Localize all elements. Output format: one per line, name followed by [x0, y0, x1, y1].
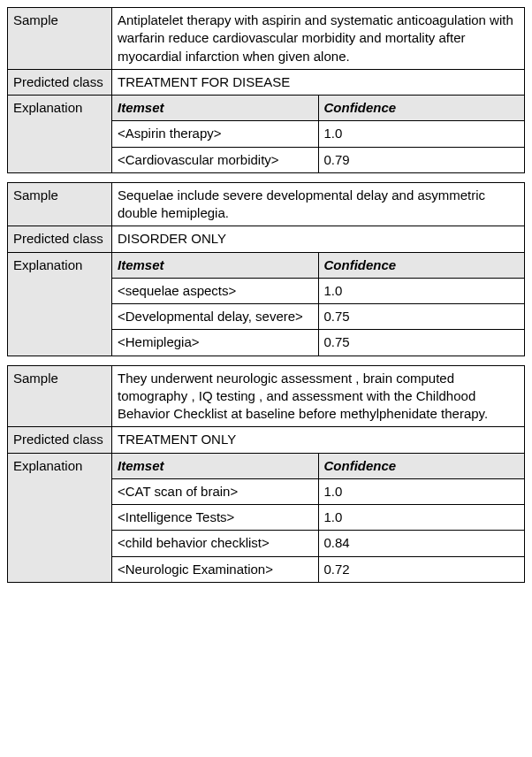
confidence-value: 1.0 [318, 478, 525, 504]
confidence-value: 1.0 [318, 278, 525, 303]
table-row: SampleSequelae include severe developmen… [8, 182, 525, 226]
confidence-header: Confidence [318, 96, 525, 121]
confidence-value: 0.84 [318, 531, 525, 556]
table-row: ExplanationItemsetConfidence [8, 96, 525, 121]
predicted-class-value: TREATMENT ONLY [112, 427, 525, 453]
classification-block: SampleThey underwent neurologic assessme… [7, 365, 525, 583]
sample-text: Sequelae include severe developmental de… [112, 182, 525, 226]
classification-block: SampleAntiplatelet therapy with aspirin … [7, 7, 525, 173]
predicted-class-value: TREATMENT FOR DISEASE [112, 69, 525, 95]
table-row: SampleThey underwent neurologic assessme… [8, 365, 525, 427]
itemset-value: <sequelae aspects> [112, 278, 319, 303]
table-row: Predicted classTREATMENT ONLY [8, 427, 525, 453]
predicted-class-label: Predicted class [8, 226, 112, 252]
confidence-header: Confidence [318, 252, 525, 278]
table-row: Predicted classTREATMENT FOR DISEASE [8, 69, 525, 95]
explanation-label: Explanation [8, 453, 112, 582]
confidence-value: 1.0 [318, 121, 525, 147]
itemset-value: <Aspirin therapy> [112, 121, 319, 147]
confidence-header: Confidence [318, 453, 525, 478]
table-row: Predicted classDISORDER ONLY [8, 226, 525, 252]
itemset-header: Itemset [112, 252, 319, 278]
itemset-value: <child behavior checklist> [112, 531, 319, 556]
confidence-value: 0.72 [318, 556, 525, 582]
sample-label: Sample [8, 8, 112, 70]
sample-text: Antiplatelet therapy with aspirin and sy… [112, 8, 525, 70]
itemset-value: <Developmental delay, severe> [112, 304, 319, 330]
itemset-value: <Hemiplegia> [112, 330, 319, 356]
table-row: ExplanationItemsetConfidence [8, 453, 525, 478]
itemset-header: Itemset [112, 453, 319, 478]
itemset-value: <Cardiovascular morbidity> [112, 147, 319, 172]
confidence-value: 0.75 [318, 304, 525, 330]
confidence-value: 0.79 [318, 147, 525, 172]
predicted-class-label: Predicted class [8, 427, 112, 453]
sample-label: Sample [8, 182, 112, 226]
confidence-value: 1.0 [318, 505, 525, 531]
sample-text: They underwent neurologic assessment , b… [112, 365, 525, 427]
table-row: ExplanationItemsetConfidence [8, 252, 525, 278]
predicted-class-value: DISORDER ONLY [112, 226, 525, 252]
itemset-value: <Intelligence Tests> [112, 505, 319, 531]
confidence-value: 0.75 [318, 330, 525, 356]
itemset-header: Itemset [112, 96, 319, 121]
explanation-label: Explanation [8, 252, 112, 356]
itemset-value: <Neurologic Examination> [112, 556, 319, 582]
sample-label: Sample [8, 365, 112, 427]
predicted-class-label: Predicted class [8, 69, 112, 95]
itemset-value: <CAT scan of brain> [112, 478, 319, 504]
classification-block: SampleSequelae include severe developmen… [7, 182, 525, 356]
table-row: SampleAntiplatelet therapy with aspirin … [8, 8, 525, 70]
explanation-label: Explanation [8, 96, 112, 173]
